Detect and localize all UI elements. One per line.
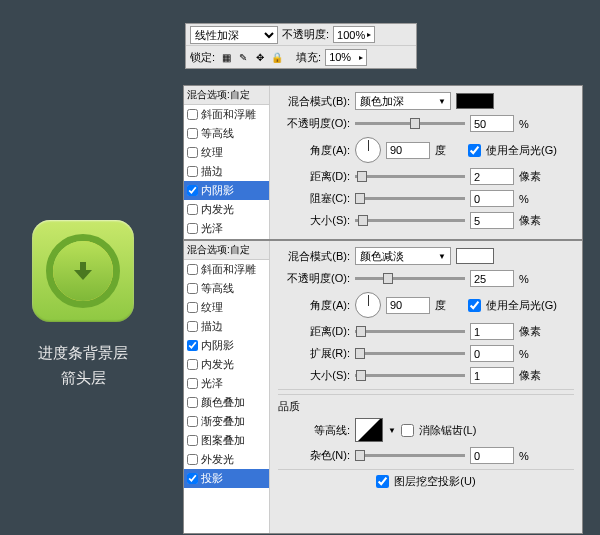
fx-checkbox[interactable] — [187, 223, 198, 234]
fill-label: 填充: — [296, 50, 321, 65]
fx-item[interactable]: 内发光 — [184, 200, 269, 219]
fx-item[interactable]: 光泽 — [184, 374, 269, 393]
fx-checkbox[interactable] — [187, 340, 198, 351]
spread-slider[interactable] — [355, 352, 465, 355]
angle-dial[interactable] — [355, 292, 381, 318]
fx-header: 混合选项:自定 — [184, 241, 269, 260]
fx-label: 等高线 — [201, 281, 234, 296]
fx-label: 内阴影 — [201, 183, 234, 198]
fx-item[interactable]: 颜色叠加 — [184, 393, 269, 412]
fx-checkbox[interactable] — [187, 397, 198, 408]
fx-checkbox[interactable] — [187, 416, 198, 427]
antialias-checkbox[interactable] — [401, 424, 414, 437]
fx-label: 颜色叠加 — [201, 395, 245, 410]
fx-item[interactable]: 投影 — [184, 469, 269, 488]
opacity-slider[interactable] — [355, 277, 465, 280]
angle-input[interactable] — [386, 297, 430, 314]
fx-item[interactable]: 斜面和浮雕 — [184, 260, 269, 279]
fx-checkbox[interactable] — [187, 147, 198, 158]
choke-label: 阻塞(C): — [278, 191, 350, 206]
fx-item[interactable]: 等高线 — [184, 279, 269, 298]
fx-item[interactable]: 描边 — [184, 317, 269, 336]
fx-checkbox[interactable] — [187, 435, 198, 446]
fx-item[interactable]: 内阴影 — [184, 181, 269, 200]
distance-slider[interactable] — [355, 330, 465, 333]
knockout-checkbox[interactable] — [376, 475, 389, 488]
fx-checkbox[interactable] — [187, 378, 198, 389]
fx-item[interactable]: 描边 — [184, 162, 269, 181]
fx-label: 纹理 — [201, 300, 223, 315]
lock-transparency-icon[interactable]: ▦ — [219, 50, 233, 64]
size-label: 大小(S): — [278, 368, 350, 383]
color-swatch[interactable] — [456, 248, 494, 264]
angle-dial[interactable] — [355, 137, 381, 163]
download-icon-preview — [32, 220, 134, 322]
color-swatch[interactable] — [456, 93, 494, 109]
choke-input[interactable] — [470, 190, 514, 207]
fx-list-1: 混合选项:自定 斜面和浮雕等高线纹理描边内阴影内发光光泽 — [184, 86, 270, 239]
choke-slider[interactable] — [355, 197, 465, 200]
fx-checkbox[interactable] — [187, 283, 198, 294]
fx-header: 混合选项:自定 — [184, 86, 269, 105]
fx-checkbox[interactable] — [187, 321, 198, 332]
fx-item[interactable]: 光泽 — [184, 219, 269, 238]
distance-input[interactable] — [470, 323, 514, 340]
lock-all-icon[interactable]: 🔒 — [270, 50, 284, 64]
fill-input[interactable]: 10%▸ — [325, 49, 367, 66]
fx-checkbox[interactable] — [187, 204, 198, 215]
fx-label: 外发光 — [201, 452, 234, 467]
fx-checkbox[interactable] — [187, 109, 198, 120]
fx-checkbox[interactable] — [187, 128, 198, 139]
fx-item[interactable]: 渐变叠加 — [184, 412, 269, 431]
size-slider[interactable] — [355, 219, 465, 222]
fx-checkbox[interactable] — [187, 185, 198, 196]
opacity-input[interactable] — [470, 115, 514, 132]
opacity-input[interactable] — [470, 270, 514, 287]
distance-input[interactable] — [470, 168, 514, 185]
fx-item[interactable]: 纹理 — [184, 298, 269, 317]
blend-mode-dropdown[interactable]: 颜色加深▼ — [355, 92, 451, 110]
global-light-checkbox[interactable] — [468, 144, 481, 157]
lock-label: 锁定: — [190, 50, 215, 65]
fx-item[interactable]: 等高线 — [184, 124, 269, 143]
fx-item[interactable]: 外发光 — [184, 450, 269, 469]
fx-item[interactable]: 纹理 — [184, 143, 269, 162]
fx-item[interactable]: 内阴影 — [184, 336, 269, 355]
spread-label: 扩展(R): — [278, 346, 350, 361]
blend-mode-dropdown[interactable]: 颜色减淡▼ — [355, 247, 451, 265]
fx-item[interactable]: 斜面和浮雕 — [184, 105, 269, 124]
angle-label: 角度(A): — [278, 298, 350, 313]
distance-slider[interactable] — [355, 175, 465, 178]
opacity-slider[interactable] — [355, 122, 465, 125]
distance-label: 距离(D): — [278, 324, 350, 339]
size-input[interactable] — [470, 212, 514, 229]
fx-checkbox[interactable] — [187, 264, 198, 275]
fx-checkbox[interactable] — [187, 302, 198, 313]
fx-checkbox[interactable] — [187, 473, 198, 484]
fx-item[interactable]: 内发光 — [184, 355, 269, 374]
fx-label: 描边 — [201, 319, 223, 334]
size-input[interactable] — [470, 367, 514, 384]
global-light-checkbox[interactable] — [468, 299, 481, 312]
blend-mode-label: 混合模式(B): — [278, 94, 350, 109]
distance-label: 距离(D): — [278, 169, 350, 184]
blend-mode-select[interactable]: 线性加深 — [190, 26, 278, 44]
fx-checkbox[interactable] — [187, 359, 198, 370]
angle-input[interactable] — [386, 142, 430, 159]
fx-label: 纹理 — [201, 145, 223, 160]
fx-list-2: 混合选项:自定 斜面和浮雕等高线纹理描边内阴影内发光光泽颜色叠加渐变叠加图案叠加… — [184, 241, 270, 533]
size-slider[interactable] — [355, 374, 465, 377]
fx-checkbox[interactable] — [187, 166, 198, 177]
layer-style-panel-1: 混合选项:自定 斜面和浮雕等高线纹理描边内阴影内发光光泽 混合模式(B): 颜色… — [183, 85, 583, 240]
lock-pixels-icon[interactable]: ✎ — [236, 50, 250, 64]
spread-input[interactable] — [470, 345, 514, 362]
fx-item[interactable]: 图案叠加 — [184, 431, 269, 450]
preview-area: 进度条背景层 箭头层 — [18, 220, 148, 394]
noise-slider[interactable] — [355, 454, 465, 457]
noise-input[interactable] — [470, 447, 514, 464]
lock-position-icon[interactable]: ✥ — [253, 50, 267, 64]
fx-checkbox[interactable] — [187, 454, 198, 465]
contour-picker[interactable] — [355, 418, 383, 442]
layer-toolbar: 线性加深 不透明度: 100%▸ 锁定: ▦ ✎ ✥ 🔒 填充: 10%▸ — [185, 23, 417, 69]
opacity-input[interactable]: 100%▸ — [333, 26, 375, 43]
